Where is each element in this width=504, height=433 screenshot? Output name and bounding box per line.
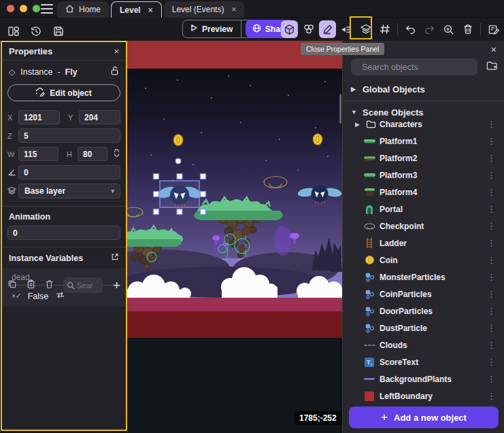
object-list-item[interactable]: Clouds⋮ <box>343 336 504 353</box>
ladder-icon <box>363 238 375 249</box>
delete-variable-icon[interactable] <box>45 279 54 291</box>
open-variables-icon[interactable] <box>111 253 119 263</box>
object-list-item[interactable]: Portal⋮ <box>343 201 504 218</box>
object-menu-button[interactable]: ⋮ <box>487 391 496 401</box>
chevron-down-icon: ▾ <box>111 188 114 194</box>
platform-green-icon <box>363 136 375 147</box>
object-menu-button[interactable]: ⋮ <box>487 272 496 282</box>
object-list-item[interactable]: CoinParticles⋮ <box>343 285 504 302</box>
layer-select[interactable]: Base layer ▾ <box>18 184 120 198</box>
close-properties-icon[interactable]: × <box>114 46 119 56</box>
object-list-item[interactable]: Platform4⋮ <box>343 184 504 201</box>
edit-mode-icon[interactable] <box>319 20 336 38</box>
tooltip: Close Properties Panel <box>301 43 384 55</box>
menu-icon[interactable] <box>41 4 53 14</box>
height-input[interactable] <box>78 147 107 161</box>
panels-layout-icon[interactable] <box>7 22 20 40</box>
global-objects-section[interactable]: ▶ Global Objects <box>343 82 504 97</box>
object-menu-button[interactable]: ⋮ <box>487 204 496 214</box>
object-menu-button[interactable]: ⋮ <box>487 255 496 265</box>
variables-search-input[interactable] <box>63 277 103 293</box>
object-list-item[interactable]: Ladder⋮ <box>343 235 504 252</box>
object-list-item[interactable]: LeftBoundary⋮ <box>343 387 504 404</box>
layer-icon <box>7 186 16 196</box>
object-label: Characters <box>380 120 422 129</box>
paste-icon[interactable] <box>27 279 35 291</box>
add-folder-icon[interactable] <box>486 60 498 74</box>
object-groups-icon[interactable] <box>300 20 317 38</box>
folder-icon <box>365 119 377 130</box>
object-list-item[interactable]: DustParticle⋮ <box>343 319 504 336</box>
object-list-item[interactable]: MonsterParticles⋮ <box>343 269 504 285</box>
zoom-window-button[interactable] <box>33 5 40 12</box>
tab-level-events[interactable]: Level (Events) × <box>164 1 245 18</box>
tab-level[interactable]: Level × <box>111 1 162 18</box>
add-variable-button[interactable]: + <box>113 279 120 292</box>
objects-search[interactable] <box>351 58 477 75</box>
tab-label: Level (Events) <box>172 5 224 14</box>
object-menu-button[interactable]: ⋮ <box>487 357 496 367</box>
plus-icon: + <box>381 411 388 424</box>
portal-icon <box>363 204 375 215</box>
object-menu-button[interactable]: ⋮ <box>487 136 496 146</box>
y-input[interactable] <box>79 110 120 124</box>
object-menu-button[interactable]: ⋮ <box>487 119 496 129</box>
trash-icon[interactable] <box>459 20 476 38</box>
object-menu-button[interactable]: ⋮ <box>487 289 496 299</box>
grid-icon[interactable] <box>376 20 393 38</box>
object-list-item[interactable]: ▶Characters⋮ <box>343 116 504 133</box>
angle-input[interactable] <box>18 165 120 179</box>
close-tab-icon[interactable]: × <box>146 5 153 15</box>
3d-view-icon[interactable] <box>281 20 298 38</box>
link-dimensions-icon[interactable] <box>113 148 120 160</box>
unlock-icon[interactable] <box>110 66 119 77</box>
close-window-button[interactable] <box>7 5 14 12</box>
object-list-item[interactable]: Platform3⋮ <box>343 167 504 184</box>
object-menu-button[interactable]: ⋮ <box>487 340 496 350</box>
layers-icon[interactable] <box>357 20 374 38</box>
copy-icon[interactable] <box>7 279 17 291</box>
object-list-item[interactable]: Platform2⋮ <box>343 150 504 167</box>
object-menu-button[interactable]: ⋮ <box>487 221 496 231</box>
animation-input[interactable] <box>7 226 120 240</box>
history-icon[interactable] <box>29 22 43 40</box>
object-list-item[interactable]: DoorParticles⋮ <box>343 302 504 319</box>
preview-button[interactable]: Preview ▾ <box>182 20 255 38</box>
tab-home[interactable]: Home <box>57 1 109 18</box>
objects-search-input[interactable] <box>362 63 471 72</box>
object-menu-button[interactable]: ⋮ <box>487 153 496 163</box>
object-menu-button[interactable]: ⋮ <box>487 187 496 197</box>
redo-icon[interactable] <box>421 20 438 38</box>
preview-label: Preview <box>202 24 233 34</box>
object-list: ▶Characters⋮Platform1⋮Platform2⋮Platform… <box>343 116 504 423</box>
object-list-item[interactable]: Coin⋮ <box>343 252 504 269</box>
width-input[interactable] <box>18 147 58 161</box>
object-list-item[interactable]: Platform1⋮ <box>343 133 504 150</box>
zoom-in-icon[interactable] <box>440 20 457 38</box>
object-label: Clouds <box>380 341 407 350</box>
object-list-item[interactable]: BackgroundPlants⋮ <box>343 370 504 387</box>
add-object-button[interactable]: + Add a new object <box>349 406 499 428</box>
chevron-right-icon[interactable]: ▶ <box>355 121 360 128</box>
object-menu-button[interactable]: ⋮ <box>487 323 496 333</box>
traffic-lights <box>7 5 40 12</box>
undo-icon[interactable] <box>402 20 419 38</box>
scene-canvas[interactable]: 1785;-252 <box>127 41 342 433</box>
scene-properties-icon[interactable] <box>485 20 502 38</box>
x-input[interactable] <box>18 110 60 124</box>
object-menu-button[interactable]: ⋮ <box>487 170 496 180</box>
object-label: Platform3 <box>380 171 417 180</box>
minimize-window-button[interactable] <box>20 5 27 12</box>
object-menu-button[interactable]: ⋮ <box>487 374 496 384</box>
instances-list-icon[interactable] <box>338 20 355 38</box>
close-objects-panel-icon[interactable]: × <box>491 44 497 55</box>
save-icon[interactable] <box>52 22 65 40</box>
object-list-item[interactable]: TxScoreText⋮ <box>343 353 504 370</box>
object-list-item[interactable]: Checkpoint⋮ <box>343 218 504 235</box>
object-label: CoinParticles <box>380 290 432 299</box>
z-input[interactable] <box>18 128 120 143</box>
object-menu-button[interactable]: ⋮ <box>487 306 496 316</box>
close-tab-icon[interactable]: × <box>229 5 236 14</box>
object-menu-button[interactable]: ⋮ <box>487 238 496 248</box>
edit-object-button[interactable]: Edit object <box>7 84 120 101</box>
